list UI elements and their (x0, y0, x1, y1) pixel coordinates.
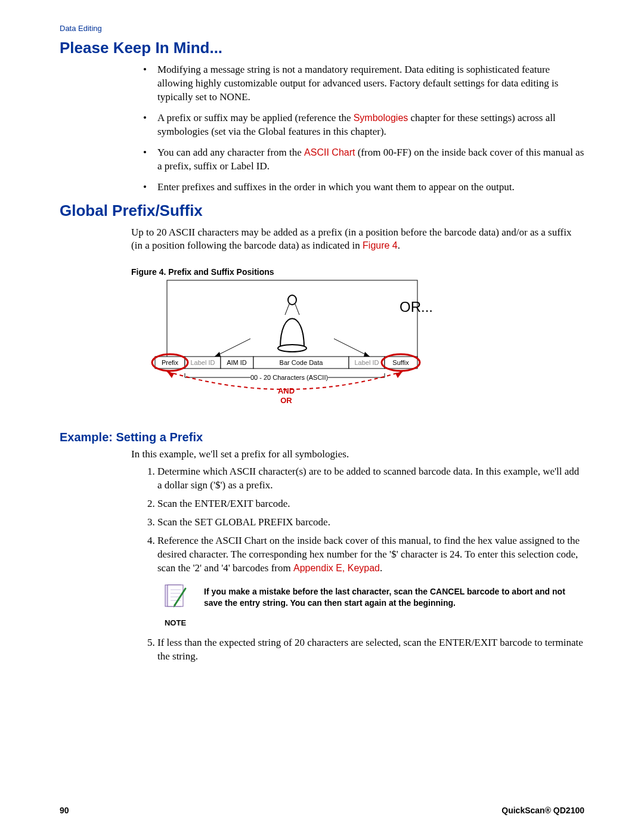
cell-prefix: Prefix (162, 359, 179, 366)
step-4: Reference the ASCII Chart on the inside … (157, 534, 584, 628)
heading-example-setting-prefix: Example: Setting a Prefix (60, 431, 584, 444)
cell-data: Bar Code Data (280, 359, 324, 366)
keep-in-mind-list: Modifying a message string is not a mand… (143, 63, 584, 194)
cell-label1: Label ID (191, 359, 215, 366)
bullet-2-text-a: A prefix or suffix may be applied (refer… (157, 112, 354, 123)
svg-line-6 (334, 339, 370, 357)
note-label: NOTE (157, 618, 193, 628)
figure-or2: OR (280, 396, 292, 405)
figure-4-link[interactable]: Figure 4 (363, 240, 398, 250)
bullet-3: You can add any character from the ASCII… (143, 146, 584, 174)
svg-marker-8 (364, 352, 370, 357)
bullet-3-text-a: You can add any character from the (157, 147, 304, 158)
step-5-text: If less than the expected string of 20 c… (157, 637, 583, 662)
page-number: 90 (60, 806, 69, 815)
bullet-2: A prefix or suffix may be applied (refer… (143, 112, 584, 139)
bullet-4: Enter prefixes and suffixes in the order… (143, 181, 584, 194)
note-block: NOTE If you make a mistake before the la… (157, 581, 584, 628)
step-5: If less than the expected string of 20 c… (157, 636, 584, 664)
svg-line-5 (215, 339, 250, 357)
bullet-1: Modifying a message string is not a mand… (143, 63, 584, 104)
cell-aim: AIM ID (227, 359, 247, 366)
svg-marker-22 (395, 371, 402, 378)
running-header: Data Editing (60, 24, 584, 33)
bullet-1-text: Modifying a message string is not a mand… (157, 64, 558, 103)
svg-line-4 (295, 304, 299, 315)
product-name: QuickScan® QD2100 (501, 806, 584, 815)
figure-chars: 00 - 20 Characters (ASCII) (250, 374, 328, 381)
figure-or-text: OR... (400, 299, 433, 315)
heading-please-keep-in-mind: Please Keep In Mind... (60, 39, 584, 57)
step-3-text: Scan the SET GLOBAL PREFIX barcode. (157, 516, 330, 528)
figure-and: AND (278, 386, 295, 395)
step-1-text: Determine which ASCII character(s) are t… (157, 466, 579, 491)
example-steps: Determine which ASCII character(s) are t… (143, 465, 584, 664)
appendix-e-link[interactable]: Appendix E, Keypad (293, 563, 380, 573)
heading-global-prefix-suffix: Global Prefix/Suffix (60, 202, 584, 220)
svg-line-3 (285, 304, 289, 315)
svg-marker-21 (167, 371, 174, 378)
example-intro: In this example, we'll set a prefix for … (131, 448, 584, 462)
gps-paragraph: Up to 20 ASCII characters may be added a… (131, 226, 584, 253)
svg-point-2 (288, 295, 296, 305)
symbologies-link[interactable]: Symbologies (354, 113, 408, 123)
step-3: Scan the SET GLOBAL PREFIX barcode. (157, 516, 584, 529)
svg-marker-7 (215, 352, 221, 357)
ascii-chart-link[interactable]: ASCII Chart (304, 147, 355, 157)
figure-4-diagram: OR... Prefix Label ID AIM ID Bar Code Da… (131, 279, 465, 413)
bullet-4-text: Enter prefixes and suffixes in the order… (157, 181, 515, 193)
note-icon (160, 581, 190, 611)
cell-label2: Label ID (355, 359, 379, 366)
step-2-text: Scan the ENTER/EXIT barcode. (157, 498, 290, 509)
svg-point-1 (278, 345, 306, 352)
step-1: Determine which ASCII character(s) are t… (157, 465, 584, 493)
gps-text-a: Up to 20 ASCII characters may be added a… (131, 227, 571, 252)
step-4-text-b: . (380, 562, 382, 574)
gps-text-b: . (398, 240, 400, 251)
figure-caption: Figure 4. Prefix and Suffix Positions (131, 267, 584, 277)
note-text: If you make a mistake before the last ch… (204, 581, 584, 609)
cell-suffix: Suffix (392, 359, 409, 366)
step-2: Scan the ENTER/EXIT barcode. (157, 497, 584, 511)
page-footer: 90 QuickScan® QD2100 (60, 806, 584, 815)
